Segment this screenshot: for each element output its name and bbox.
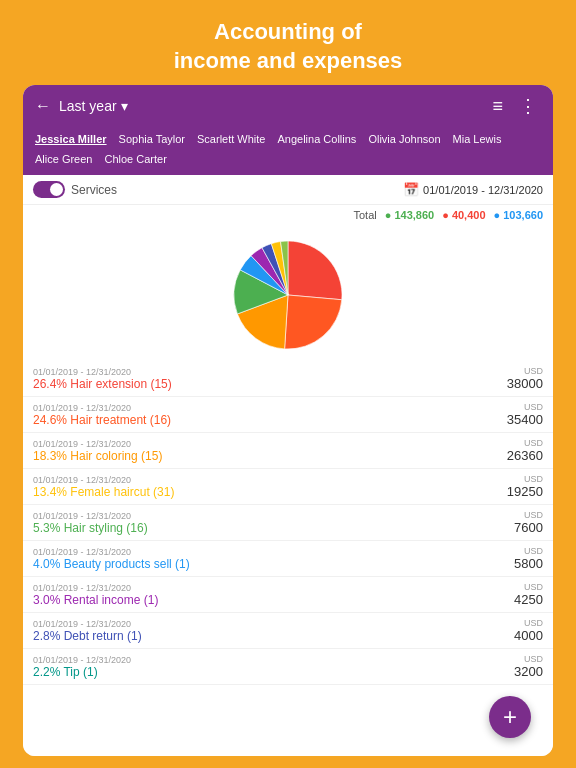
list-item[interactable]: 01/01/2019 - 12/31/2020 2.8% Debt return… — [23, 613, 553, 649]
item-currency: USD — [524, 618, 543, 628]
chart-area — [23, 225, 553, 361]
main-card: ← Last year ▾ ≡ ⋮ Jessica MillerSophia T… — [23, 85, 553, 756]
user-tab[interactable]: Sophia Taylor — [115, 131, 189, 147]
fab-icon: + — [503, 703, 517, 731]
toolbar: ← Last year ▾ ≡ ⋮ — [23, 85, 553, 127]
period-label: Last year — [59, 98, 117, 114]
more-icon: ⋮ — [519, 96, 537, 116]
user-tabs: Jessica MillerSophia TaylorScarlett Whit… — [23, 127, 553, 175]
dropdown-icon: ▾ — [121, 98, 128, 114]
list-item[interactable]: 01/01/2019 - 12/31/2020 26.4% Hair exten… — [23, 361, 553, 397]
user-tab[interactable]: Mia Lewis — [449, 131, 506, 147]
item-amount: 5800 — [514, 556, 543, 571]
date-range[interactable]: 📅 01/01/2019 - 12/31/2020 — [403, 182, 543, 197]
item-amount: 26360 — [507, 448, 543, 463]
items-list: 01/01/2019 - 12/31/2020 26.4% Hair exten… — [23, 361, 553, 756]
item-date: 01/01/2019 - 12/31/2020 — [33, 475, 174, 485]
item-currency: USD — [524, 654, 543, 664]
item-currency: USD — [524, 402, 543, 412]
item-name: 18.3% Hair coloring (15) — [33, 449, 162, 463]
item-date: 01/01/2019 - 12/31/2020 — [33, 439, 162, 449]
user-tab[interactable]: Angelina Collins — [273, 131, 360, 147]
list-item[interactable]: 01/01/2019 - 12/31/2020 5.3% Hair stylin… — [23, 505, 553, 541]
pie-chart — [228, 235, 348, 355]
item-name: 5.3% Hair styling (16) — [33, 521, 148, 535]
list-item[interactable]: 01/01/2019 - 12/31/2020 3.0% Rental inco… — [23, 577, 553, 613]
more-button[interactable]: ⋮ — [515, 93, 541, 119]
item-amount: 3200 — [514, 664, 543, 679]
services-label: Services — [71, 183, 117, 197]
item-currency: USD — [524, 438, 543, 448]
services-toggle[interactable] — [33, 181, 65, 198]
user-tab[interactable]: Jessica Miller — [31, 131, 111, 147]
item-amount: 4000 — [514, 628, 543, 643]
item-date: 01/01/2019 - 12/31/2020 — [33, 511, 148, 521]
date-range-text: 01/01/2019 - 12/31/2020 — [423, 184, 543, 196]
item-date: 01/01/2019 - 12/31/2020 — [33, 367, 172, 377]
back-icon: ← — [35, 97, 51, 115]
app-title-line1: Accounting of — [214, 19, 362, 44]
item-date: 01/01/2019 - 12/31/2020 — [33, 655, 131, 665]
user-tab[interactable]: Olivia Johnson — [364, 131, 444, 147]
item-amount: 38000 — [507, 376, 543, 391]
item-name: 26.4% Hair extension (15) — [33, 377, 172, 391]
total-blue: ● 103,660 — [494, 209, 543, 221]
item-name: 13.4% Female haircut (31) — [33, 485, 174, 499]
item-date: 01/01/2019 - 12/31/2020 — [33, 583, 158, 593]
app-header: Accounting of income and expenses — [0, 0, 576, 85]
item-currency: USD — [524, 510, 543, 520]
total-label: Total — [353, 209, 376, 221]
total-green: ● 143,860 — [385, 209, 434, 221]
item-name: 2.8% Debt return (1) — [33, 629, 142, 643]
item-name: 4.0% Beauty products sell (1) — [33, 557, 190, 571]
item-date: 01/01/2019 - 12/31/2020 — [33, 403, 171, 413]
filter-bar: Services 📅 01/01/2019 - 12/31/2020 — [23, 175, 553, 204]
item-amount: 4250 — [514, 592, 543, 607]
item-currency: USD — [524, 366, 543, 376]
item-name: 2.2% Tip (1) — [33, 665, 131, 679]
user-tab[interactable]: Scarlett White — [193, 131, 269, 147]
user-tab[interactable]: Alice Green — [31, 151, 96, 167]
list-item[interactable]: 01/01/2019 - 12/31/2020 18.3% Hair color… — [23, 433, 553, 469]
fab-button[interactable]: + — [489, 696, 531, 738]
item-name: 24.6% Hair treatment (16) — [33, 413, 171, 427]
item-name: 3.0% Rental income (1) — [33, 593, 158, 607]
list-item[interactable]: 01/01/2019 - 12/31/2020 13.4% Female hai… — [23, 469, 553, 505]
menu-button[interactable]: ≡ — [488, 94, 507, 119]
item-date: 01/01/2019 - 12/31/2020 — [33, 619, 142, 629]
list-item[interactable]: 01/01/2019 - 12/31/2020 24.6% Hair treat… — [23, 397, 553, 433]
item-currency: USD — [524, 546, 543, 556]
app-title-line2: income and expenses — [174, 48, 403, 73]
item-currency: USD — [524, 474, 543, 484]
list-item[interactable]: 01/01/2019 - 12/31/2020 4.0% Beauty prod… — [23, 541, 553, 577]
item-amount: 19250 — [507, 484, 543, 499]
calendar-icon: 📅 — [403, 182, 419, 197]
menu-icon: ≡ — [492, 96, 503, 116]
back-button[interactable]: ← — [35, 97, 51, 115]
item-currency: USD — [524, 582, 543, 592]
total-red: ● 40,400 — [442, 209, 485, 221]
list-item[interactable]: 01/01/2019 - 12/31/2020 2.2% Tip (1) USD… — [23, 649, 553, 685]
period-selector[interactable]: Last year ▾ — [59, 98, 128, 114]
user-tab[interactable]: Chloe Carter — [100, 151, 170, 167]
item-date: 01/01/2019 - 12/31/2020 — [33, 547, 190, 557]
totals-bar: Total ● 143,860 ● 40,400 ● 103,660 — [23, 204, 553, 225]
item-amount: 7600 — [514, 520, 543, 535]
item-amount: 35400 — [507, 412, 543, 427]
